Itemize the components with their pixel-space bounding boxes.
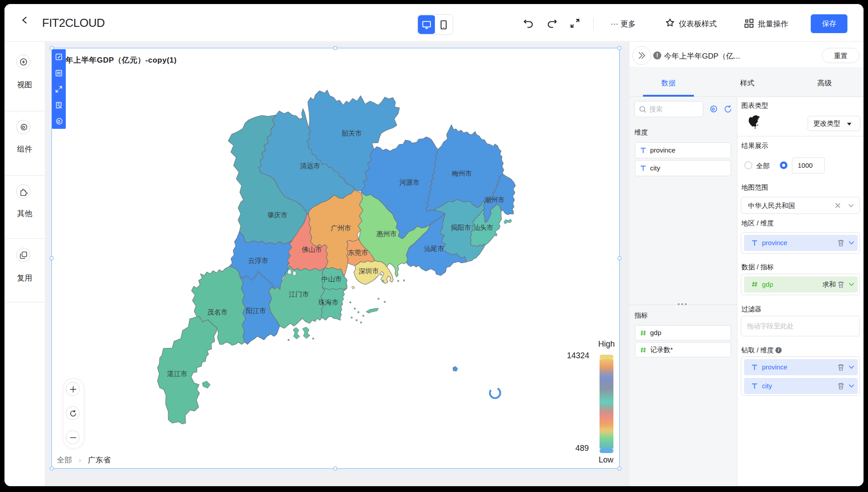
svg-text:江门市: 江门市 (289, 290, 309, 298)
svg-text:揭阳市: 揭阳市 (451, 224, 471, 231)
svg-text:河源市: 河源市 (400, 178, 420, 186)
svg-text:清远市: 清远市 (300, 162, 320, 170)
svg-text:云浮市: 云浮市 (248, 257, 268, 264)
svg-text:汕头市: 汕头市 (473, 224, 494, 231)
svg-text:湛江市: 湛江市 (167, 370, 187, 377)
svg-text:肇庆市: 肇庆市 (268, 211, 288, 219)
svg-text:佛山市: 佛山市 (302, 246, 322, 253)
svg-text:中山市: 中山市 (322, 275, 342, 283)
svg-text:东莞市: 东莞市 (348, 249, 368, 256)
svg-text:潮州市: 潮州市 (485, 196, 505, 204)
svg-text:茂名市: 茂名市 (208, 308, 228, 316)
svg-text:汕尾市: 汕尾市 (424, 245, 444, 252)
svg-text:深圳市: 深圳市 (359, 267, 379, 275)
svg-text:韶关市: 韶关市 (342, 129, 362, 137)
svg-text:梅州市: 梅州市 (451, 170, 472, 177)
svg-text:惠州市: 惠州市 (376, 230, 397, 238)
svg-text:广州市: 广州市 (331, 224, 351, 232)
svg-text:阳江市: 阳江市 (246, 307, 266, 314)
svg-text:珠海市: 珠海市 (318, 298, 339, 306)
